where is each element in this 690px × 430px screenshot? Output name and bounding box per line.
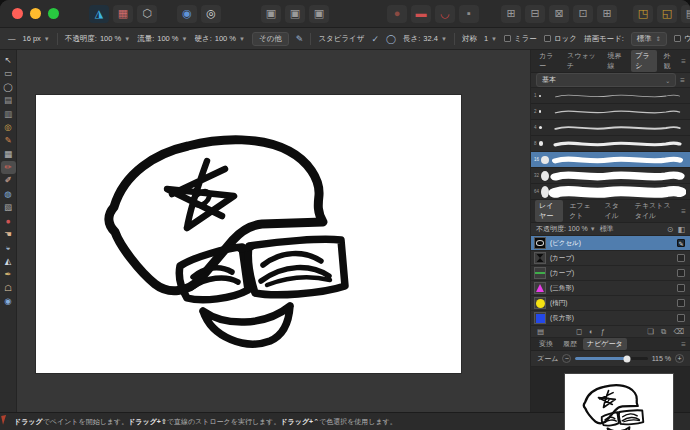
snap-to-grid-icon[interactable]: ▣ bbox=[261, 5, 281, 23]
layers-footer-icon[interactable]: ⌫ bbox=[673, 327, 684, 337]
snap-to-object-icon[interactable]: ▣ bbox=[285, 5, 305, 23]
symmetry-count-dropdown[interactable]: 1▼ bbox=[484, 34, 497, 43]
close-window-button[interactable] bbox=[12, 8, 23, 19]
layers-footer-icon[interactable]: ƒ bbox=[601, 327, 605, 336]
brushes-panel-menu-icon[interactable]: ≡ bbox=[680, 76, 685, 85]
layer-row[interactable]: (長方形) bbox=[531, 311, 690, 326]
layers-footer-icon[interactable]: ▤ bbox=[537, 327, 544, 336]
tool-button[interactable]: ◭ bbox=[1, 255, 16, 267]
lock-checkbox[interactable]: ロック bbox=[544, 34, 577, 44]
layer-row[interactable]: (ピクセル) ✎ bbox=[531, 236, 690, 251]
brush-category-dropdown[interactable]: 基本 ⌄ bbox=[536, 73, 676, 87]
snap-options-icon[interactable]: ▪ bbox=[459, 5, 479, 23]
layers-panel-tab[interactable]: レイヤー bbox=[535, 200, 563, 222]
tool-button[interactable]: ↖ bbox=[1, 54, 16, 66]
magnet-snapping-icon[interactable]: ◡ bbox=[435, 5, 455, 23]
studio-tab[interactable]: 外観 bbox=[659, 50, 679, 72]
brush-item[interactable]: 32 bbox=[531, 168, 690, 184]
export-persona-icon[interactable]: ⬡ bbox=[137, 5, 157, 23]
layers-panel-tab[interactable]: エフェクト bbox=[565, 200, 598, 222]
tool-button[interactable]: ▦ bbox=[1, 148, 16, 160]
color-chip-icon[interactable]: ▬ bbox=[411, 5, 431, 23]
document-canvas[interactable] bbox=[36, 95, 461, 373]
zoom-slider-handle[interactable] bbox=[624, 355, 631, 362]
tool-button[interactable]: ◒ bbox=[1, 241, 16, 253]
navigator-panel-tab[interactable]: 変換 bbox=[535, 338, 557, 350]
style-picker-icon[interactable]: ◎ bbox=[201, 5, 221, 23]
brush-size-dropdown[interactable]: 16 px▼ bbox=[23, 34, 50, 43]
snap-midpoint-icon[interactable]: ⊟ bbox=[525, 5, 545, 23]
tool-button[interactable]: ☖ bbox=[1, 282, 16, 294]
studio-tab[interactable]: ブラシ bbox=[631, 50, 657, 72]
force-pixel-alignment-icon[interactable]: ⊞ bbox=[597, 5, 617, 23]
more-button[interactable]: その他 bbox=[252, 32, 289, 46]
zoom-window-button[interactable] bbox=[48, 8, 59, 19]
layers-footer-icon[interactable]: ◐ bbox=[589, 327, 594, 336]
minimize-window-button[interactable] bbox=[30, 8, 41, 19]
brush-item[interactable]: 4 bbox=[531, 120, 690, 136]
blend-mode-dropdown[interactable]: 標準⇕ bbox=[631, 32, 667, 46]
rotation-lock-icon[interactable]: ● bbox=[387, 5, 407, 23]
layer-opacity-dropdown[interactable]: 不透明度: 100 % ▼ bbox=[536, 224, 596, 234]
stabilizer-length-dropdown[interactable]: 長さ:32.4▼ bbox=[403, 34, 447, 44]
panel-menu-icon[interactable]: ≡ bbox=[681, 57, 686, 66]
opacity-dropdown[interactable]: 不透明度:100 %▼ bbox=[65, 34, 130, 44]
layer-visibility-checkbox[interactable] bbox=[677, 254, 685, 262]
layers-panel-tab[interactable]: テキストスタイル bbox=[631, 200, 680, 222]
move-whole-pixels-icon[interactable]: ◳ bbox=[633, 5, 653, 23]
zoom-slider[interactable] bbox=[575, 357, 647, 360]
tool-button[interactable]: ☚ bbox=[1, 228, 16, 240]
navigator-preview[interactable] bbox=[531, 367, 690, 412]
tool-button[interactable]: ✏ bbox=[1, 161, 16, 173]
layers-header-icon[interactable]: ⊙ bbox=[667, 225, 674, 234]
studio-tab[interactable]: スウォッチ bbox=[563, 50, 601, 72]
layer-row[interactable]: (楕円) bbox=[531, 296, 690, 311]
wet-edges-checkbox[interactable]: ウェットエッジ bbox=[674, 34, 690, 44]
tool-button[interactable]: ● bbox=[1, 215, 16, 227]
pixel-persona-icon[interactable]: ▦ bbox=[113, 5, 133, 23]
layer-visibility-checkbox[interactable] bbox=[677, 299, 685, 307]
hardness-dropdown[interactable]: 硬さ:100 %▼ bbox=[194, 34, 245, 44]
tool-button[interactable]: ◎ bbox=[1, 121, 16, 133]
layer-visibility-checkbox[interactable] bbox=[677, 314, 685, 322]
layers-header-icon[interactable]: ◧ bbox=[677, 225, 685, 234]
layer-visibility-checkbox[interactable] bbox=[677, 284, 685, 292]
layers-panel-menu-icon[interactable]: ≡ bbox=[681, 207, 686, 216]
layers-footer-icon[interactable]: ⧉ bbox=[661, 327, 666, 337]
layers-footer-icon[interactable]: ❏ bbox=[647, 327, 654, 337]
stabilizer-dropdown[interactable]: スタビライザ bbox=[318, 34, 364, 44]
tool-button[interactable]: ✒ bbox=[1, 268, 16, 280]
tool-button[interactable]: ✐ bbox=[1, 175, 16, 187]
tool-button[interactable]: ▧ bbox=[1, 201, 16, 213]
navigator-panel-tab[interactable]: 履歴 bbox=[559, 338, 581, 350]
layers-panel-tab[interactable]: スタイル bbox=[601, 200, 629, 222]
color-sync-icon[interactable]: ◉ bbox=[177, 5, 197, 23]
affinity-designer-logo[interactable]: ◮ bbox=[89, 5, 109, 23]
transform-separately-icon[interactable]: ◱ bbox=[657, 5, 677, 23]
layer-row[interactable]: (カーブ) bbox=[531, 251, 690, 266]
studio-tab[interactable]: 境界線 bbox=[603, 50, 629, 72]
alignment-handles-icon[interactable]: ▤ bbox=[681, 5, 690, 23]
navigator-thumbnail[interactable] bbox=[565, 374, 673, 430]
tool-button[interactable]: ◉ bbox=[1, 295, 16, 307]
tool-button[interactable]: ▤ bbox=[1, 94, 16, 106]
rope-stabilizer-icon[interactable]: ✓ bbox=[371, 34, 379, 44]
tool-button[interactable]: ✎ bbox=[1, 134, 16, 146]
layer-row[interactable]: (三角形) bbox=[531, 281, 690, 296]
brush-item[interactable]: 8 bbox=[531, 136, 690, 152]
layer-visibility-checkbox[interactable]: ✎ bbox=[677, 239, 685, 247]
tool-button[interactable]: ◍ bbox=[1, 188, 16, 200]
tool-button[interactable]: ◯ bbox=[1, 81, 16, 93]
tool-button[interactable]: ▥ bbox=[1, 108, 16, 120]
navigator-panel-tab[interactable]: ナビゲータ bbox=[583, 338, 627, 350]
zoom-in-button[interactable]: + bbox=[675, 354, 684, 363]
brush-item[interactable]: 16 bbox=[531, 152, 690, 168]
snap-pixel-icon[interactable]: ⊡ bbox=[573, 5, 593, 23]
layer-row[interactable]: (カーブ) bbox=[531, 266, 690, 281]
studio-tab[interactable]: カラー bbox=[535, 50, 561, 72]
layer-visibility-checkbox[interactable] bbox=[677, 269, 685, 277]
window-stabilizer-icon[interactable]: ◯ bbox=[386, 34, 396, 44]
layer-blend-mode-dropdown[interactable]: 標準 bbox=[600, 224, 614, 234]
tool-button[interactable]: ▭ bbox=[1, 67, 16, 79]
brush-settings-icon[interactable]: ✎ bbox=[296, 34, 304, 44]
